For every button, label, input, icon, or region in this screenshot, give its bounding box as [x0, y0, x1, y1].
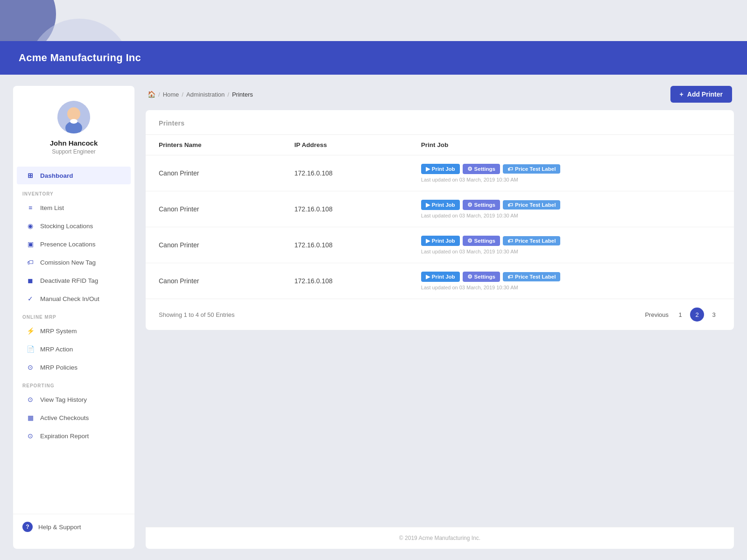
settings-button[interactable]: ⚙ Settings	[463, 236, 500, 246]
sidebar-item-label: Presence Locations	[40, 241, 96, 248]
sidebar-item-label: MRP Policies	[40, 364, 78, 371]
col-printers-name: Printers Name	[146, 135, 282, 155]
sidebar-item-mrp-policies[interactable]: ⊙ MRP Policies	[17, 358, 131, 376]
print-job-button[interactable]: ▶ Print Job	[421, 164, 460, 174]
breadcrumb: 🏠 / Home / Administration / Printers	[148, 91, 253, 98]
sidebar-item-label: MRP Action	[40, 346, 73, 353]
sidebar-item-manual-checkin[interactable]: ✓ Manual Check In/Out	[17, 290, 131, 308]
printers-table: Printers Name IP Address Print Job Canon…	[146, 134, 734, 299]
breadcrumb-administration[interactable]: Administration	[186, 91, 225, 98]
settings-icon: ⚙	[467, 238, 472, 244]
active-checkouts-icon: ▦	[26, 413, 35, 422]
tag-icon: 🏷	[507, 238, 513, 244]
sidebar-item-label: Stocking Locations	[40, 223, 93, 230]
price-test-label-button[interactable]: 🏷 Price Test Label	[503, 164, 560, 174]
printers-section-title: Printers	[146, 110, 734, 134]
sidebar-item-label: View Tag History	[40, 396, 87, 403]
sidebar-item-commission-new-tag[interactable]: 🏷 Comission New Tag	[17, 253, 131, 271]
pagination: Previous 1 2 3	[645, 308, 721, 322]
sidebar-item-label: Deactivate RFID Tag	[40, 277, 98, 284]
showing-entries: Showing 1 to 4 of 50 Entries	[159, 311, 235, 318]
pagination-page-3[interactable]: 3	[707, 308, 721, 322]
main-layout: John Hancock Support Engineer ⊞ Dashboar…	[0, 75, 747, 560]
last-updated-text: Last updated on 03 March, 2019 10:30 AM	[421, 177, 721, 182]
last-updated-text: Last updated on 03 March, 2019 10:30 AM	[421, 213, 721, 218]
sidebar-nav: ⊞ Dashboard INVENTORY ≡ Item List ◉ Stoc…	[13, 166, 134, 514]
last-updated-text: Last updated on 03 March, 2019 10:30 AM	[421, 249, 721, 254]
col-ip-address: IP Address	[282, 135, 408, 155]
sidebar-item-label: MRP System	[40, 328, 77, 335]
app-header: Acme Manufacturing Inc	[0, 41, 747, 75]
settings-icon: ⚙	[467, 166, 472, 172]
print-job-button[interactable]: ▶ Print Job	[421, 200, 460, 210]
sidebar: John Hancock Support Engineer ⊞ Dashboar…	[13, 86, 134, 549]
deactivate-rfid-icon: ◼	[26, 276, 35, 285]
pagination-page-2[interactable]: 2	[690, 308, 704, 322]
main-content: 🏠 / Home / Administration / Printers + A…	[146, 86, 734, 549]
sidebar-item-stocking-locations[interactable]: ◉ Stocking Locations	[17, 217, 131, 235]
print-job-button[interactable]: ▶ Print Job	[421, 236, 460, 246]
table-row: Canon Printer172.16.0.108▶ Print Job⚙ Se…	[146, 155, 734, 191]
print-job-button[interactable]: ▶ Print Job	[421, 272, 460, 282]
sidebar-item-label: Item List	[40, 204, 64, 211]
mrp-system-icon: ⚡	[26, 327, 35, 335]
settings-button[interactable]: ⚙ Settings	[463, 272, 500, 282]
price-test-label-button[interactable]: 🏷 Price Test Label	[503, 272, 560, 281]
tag-icon: 🏷	[507, 202, 513, 208]
help-support-item[interactable]: ? Help & Support	[22, 522, 125, 532]
site-footer: © 2019 Acme Manufacturing Inc.	[146, 527, 734, 549]
sidebar-item-presence-locations[interactable]: ▣ Presence Locations	[17, 235, 131, 253]
sidebar-item-active-checkouts[interactable]: ▦ Active Checkouts	[17, 409, 131, 427]
printers-table-card: Printers Printers Name IP Address Print …	[146, 110, 734, 330]
home-icon: 🏠	[148, 91, 155, 98]
avatar-image	[57, 101, 90, 133]
price-test-label-button[interactable]: 🏷 Price Test Label	[503, 200, 560, 210]
table-row: Canon Printer172.16.0.108▶ Print Job⚙ Se…	[146, 227, 734, 263]
view-tag-history-icon: ⊙	[26, 395, 35, 404]
tag-icon: 🏷	[507, 166, 513, 172]
settings-icon: ⚙	[467, 202, 472, 208]
printer-ip-cell: 172.16.0.108	[282, 191, 408, 227]
sidebar-item-dashboard[interactable]: ⊞ Dashboard	[17, 167, 131, 184]
table-header-row: Printers Name IP Address Print Job	[146, 135, 734, 155]
printer-ip-cell: 172.16.0.108	[282, 155, 408, 191]
expiration-report-icon: ⊙	[26, 432, 35, 440]
sidebar-item-label: Manual Check In/Out	[40, 295, 99, 302]
printer-name-cell: Canon Printer	[146, 191, 282, 227]
printer-action-cell: ▶ Print Job⚙ Settings🏷 Price Test LabelL…	[408, 227, 734, 263]
mrp-action-icon: 📄	[26, 345, 35, 353]
mrp-policies-icon: ⊙	[26, 363, 35, 371]
printer-name-cell: Canon Printer	[146, 155, 282, 191]
breadcrumb-home[interactable]: Home	[163, 91, 179, 98]
sidebar-item-label: Expiration Report	[40, 433, 89, 440]
svg-point-3	[70, 119, 78, 124]
sidebar-item-deactivate-rfid[interactable]: ◼ Deactivate RFID Tag	[17, 272, 131, 289]
breadcrumb-current: Printers	[232, 91, 253, 98]
app-title: Acme Manufacturing Inc	[19, 52, 141, 64]
user-name: John Hancock	[50, 139, 98, 147]
sidebar-item-label: Comission New Tag	[40, 259, 96, 266]
pagination-page-1[interactable]: 1	[673, 308, 687, 322]
help-icon: ?	[22, 522, 33, 532]
section-label-online-mrp: ONLINE MRP	[13, 308, 134, 322]
print-icon: ▶	[426, 166, 430, 172]
add-printer-icon: +	[680, 91, 684, 98]
sidebar-item-mrp-system[interactable]: ⚡ MRP System	[17, 322, 131, 340]
settings-button[interactable]: ⚙ Settings	[463, 200, 500, 210]
sidebar-item-expiration-report[interactable]: ⊙ Expiration Report	[17, 427, 131, 445]
section-label-inventory: INVENTORY	[13, 185, 134, 198]
sidebar-item-mrp-action[interactable]: 📄 MRP Action	[17, 340, 131, 358]
user-profile: John Hancock Support Engineer	[13, 86, 134, 166]
sidebar-item-item-list[interactable]: ≡ Item List	[17, 199, 131, 217]
add-printer-button[interactable]: + Add Printer	[670, 86, 732, 103]
printer-name-cell: Canon Printer	[146, 263, 282, 299]
print-icon: ▶	[426, 202, 430, 208]
table-footer: Showing 1 to 4 of 50 Entries Previous 1 …	[146, 299, 734, 330]
settings-button[interactable]: ⚙ Settings	[463, 164, 500, 174]
price-test-label-button[interactable]: 🏷 Price Test Label	[503, 236, 560, 245]
last-updated-text: Last updated on 03 March, 2019 10:30 AM	[421, 285, 721, 290]
sidebar-item-view-tag-history[interactable]: ⊙ View Tag History	[17, 391, 131, 408]
dashboard-icon: ⊞	[26, 171, 35, 180]
pagination-previous[interactable]: Previous	[645, 311, 669, 318]
sidebar-item-label: Active Checkouts	[40, 414, 89, 421]
